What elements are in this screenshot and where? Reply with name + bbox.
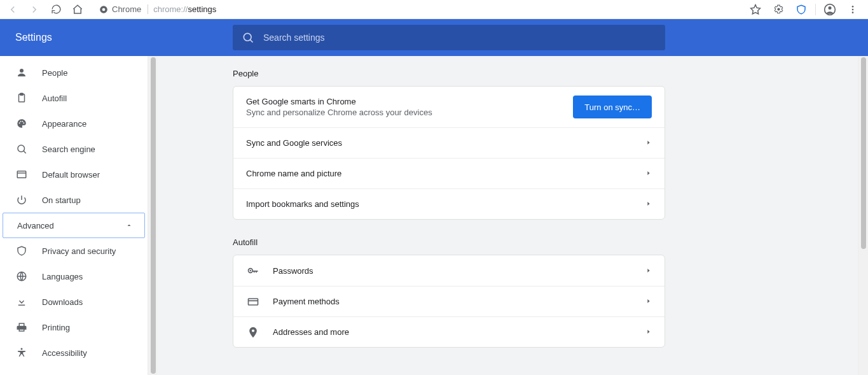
svg-point-6 — [852, 8, 854, 10]
svg-point-12 — [19, 122, 20, 124]
sidebar-item-search-engine[interactable]: Search engine — [0, 136, 148, 162]
sidebar-item-label: Privacy and security — [42, 246, 116, 256]
profile-icon[interactable] — [821, 1, 839, 18]
sidebar-item-accessibility[interactable]: Accessibility — [0, 340, 148, 365]
accessibility-icon — [15, 346, 28, 359]
svg-point-21 — [249, 269, 253, 273]
svg-point-4 — [829, 6, 832, 10]
section-title-people: People — [233, 69, 665, 78]
svg-rect-10 — [19, 94, 25, 102]
svg-rect-17 — [17, 171, 26, 178]
main-panel: People Get Google smarts in Chrome Sync … — [158, 56, 858, 375]
sidebar: People Autofill Appearance Search engine… — [0, 56, 148, 375]
search-icon — [15, 143, 28, 155]
chevron-right-icon — [645, 138, 652, 148]
svg-point-20 — [21, 348, 23, 350]
browser-toolbar: Chrome chrome://settings — [0, 0, 868, 19]
extension-shield-icon[interactable] — [792, 1, 810, 18]
svg-point-22 — [250, 270, 252, 272]
shield-icon — [15, 244, 28, 257]
chevron-right-icon — [645, 266, 652, 276]
sidebar-item-languages[interactable]: Languages — [0, 264, 148, 289]
svg-point-5 — [852, 6, 854, 8]
power-icon — [15, 194, 28, 206]
passwords-row[interactable]: Passwords — [233, 255, 665, 286]
settings-header: Settings — [0, 19, 868, 56]
search-icon — [242, 31, 254, 44]
sidebar-item-privacy[interactable]: Privacy and security — [0, 238, 148, 264]
sidebar-item-label: Accessibility — [42, 348, 87, 358]
key-icon — [246, 264, 260, 277]
address-url: chrome://settings — [153, 4, 216, 14]
sidebar-item-label: Downloads — [42, 297, 83, 307]
sidebar-item-autofill[interactable]: Autofill — [0, 85, 148, 111]
header-title: Settings — [0, 32, 158, 43]
search-settings-input[interactable] — [263, 32, 656, 43]
sidebar-item-label: People — [42, 68, 67, 78]
sidebar-item-label: Languages — [42, 272, 83, 281]
sync-promo-row: Get Google smarts in Chrome Sync and per… — [233, 87, 665, 127]
back-icon[interactable] — [4, 1, 22, 18]
printer-icon — [15, 321, 28, 334]
sync-promo-subtitle: Sync and personalize Chrome across your … — [246, 108, 560, 117]
svg-point-7 — [852, 11, 854, 13]
sidebar-item-on-startup[interactable]: On startup — [0, 187, 148, 213]
svg-point-13 — [20, 121, 22, 122]
main-scrollbar[interactable] — [858, 56, 868, 375]
addresses-row[interactable]: Addresses and more — [233, 316, 665, 347]
chrome-name-picture-row[interactable]: Chrome name and picture — [233, 158, 665, 188]
svg-point-3 — [825, 4, 836, 15]
chevron-right-icon — [645, 169, 652, 178]
clipboard-icon — [15, 92, 28, 104]
chevron-up-icon — [125, 222, 133, 229]
toolbar-separator — [815, 4, 816, 15]
person-icon — [15, 66, 28, 79]
location-icon — [246, 326, 260, 339]
browser-icon — [15, 168, 28, 181]
card-icon — [246, 295, 260, 308]
search-settings-bar[interactable] — [233, 25, 665, 50]
forward-icon[interactable] — [25, 1, 43, 18]
sidebar-item-label: Default browser — [42, 170, 100, 180]
autofill-card: Passwords Payment methods Addresses and … — [233, 255, 665, 348]
svg-point-8 — [244, 33, 251, 41]
home-icon[interactable] — [69, 1, 86, 18]
star-icon[interactable] — [747, 1, 764, 18]
svg-rect-11 — [20, 94, 24, 96]
sidebar-item-people[interactable]: People — [0, 60, 148, 85]
import-bookmarks-row[interactable]: Import bookmarks and settings — [233, 188, 665, 219]
sidebar-item-downloads[interactable]: Downloads — [0, 289, 148, 315]
svg-point-18 — [17, 272, 26, 281]
sidebar-item-printing[interactable]: Printing — [0, 315, 148, 340]
sidebar-item-appearance[interactable]: Appearance — [0, 111, 148, 136]
people-card: Get Google smarts in Chrome Sync and per… — [233, 86, 665, 220]
svg-rect-19 — [18, 305, 25, 306]
sync-promo-title: Get Google smarts in Chrome — [246, 97, 560, 106]
svg-point-1 — [102, 8, 106, 11]
chevron-right-icon — [645, 327, 652, 337]
site-chip-label: Chrome — [112, 4, 141, 14]
menu-dots-icon[interactable] — [844, 1, 862, 18]
sidebar-item-label: Printing — [42, 323, 70, 332]
turn-on-sync-button[interactable]: Turn on sync… — [573, 96, 652, 118]
reload-icon[interactable] — [47, 1, 65, 18]
svg-point-0 — [100, 6, 107, 13]
sidebar-item-label: On startup — [42, 195, 81, 205]
svg-rect-23 — [249, 299, 258, 305]
toolbar-right — [747, 1, 864, 18]
section-title-autofill: Autofill — [233, 237, 665, 247]
sidebar-item-label: Appearance — [42, 119, 86, 129]
sidebar-advanced-toggle[interactable]: Advanced — [3, 213, 145, 238]
content-area: People Autofill Appearance Search engine… — [0, 56, 868, 375]
svg-point-14 — [22, 121, 24, 122]
payment-methods-row[interactable]: Payment methods — [233, 286, 665, 316]
address-bar[interactable]: Chrome chrome://settings — [93, 1, 740, 18]
sidebar-item-label: Autofill — [42, 94, 67, 103]
sidebar-scrollbar[interactable] — [148, 56, 158, 375]
svg-point-9 — [20, 69, 24, 73]
site-chip: Chrome — [99, 4, 148, 14]
sidebar-item-default-browser[interactable]: Default browser — [0, 162, 148, 187]
sync-services-row[interactable]: Sync and Google services — [233, 127, 665, 158]
extension-gear-icon[interactable] — [769, 1, 787, 18]
chevron-right-icon — [645, 199, 652, 209]
